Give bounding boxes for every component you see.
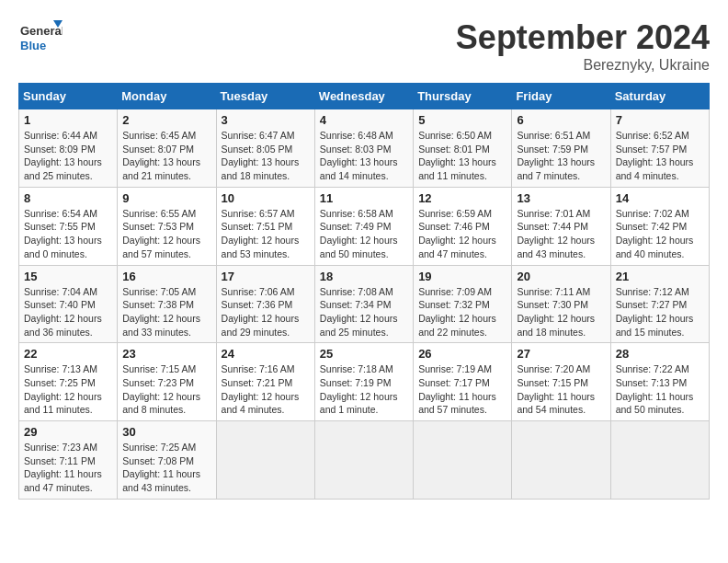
logo-svg: General Blue (18, 18, 63, 63)
day-number: 14 (616, 191, 704, 205)
calendar-cell: 28Sunrise: 7:22 AMSunset: 7:13 PMDayligh… (610, 343, 709, 421)
day-info: Sunrise: 7:20 AMSunset: 7:15 PMDaylight:… (517, 362, 605, 417)
calendar-cell: 1Sunrise: 6:44 AMSunset: 8:09 PMDaylight… (19, 109, 118, 188)
calendar-cell: 22Sunrise: 7:13 AMSunset: 7:25 PMDayligh… (19, 343, 118, 421)
day-number: 5 (418, 113, 506, 127)
calendar-cell: 29Sunrise: 7:23 AMSunset: 7:11 PMDayligh… (19, 421, 118, 500)
day-number: 25 (320, 347, 408, 361)
day-info: Sunrise: 7:18 AMSunset: 7:19 PMDaylight:… (320, 362, 408, 417)
day-number: 29 (24, 425, 112, 439)
calendar-cell (216, 421, 314, 500)
calendar-cell: 6Sunrise: 6:51 AMSunset: 7:59 PMDaylight… (512, 109, 610, 188)
day-info: Sunrise: 7:22 AMSunset: 7:13 PMDaylight:… (616, 362, 704, 417)
day-info: Sunrise: 7:05 AMSunset: 7:38 PMDaylight:… (122, 285, 210, 339)
weekday-header-sunday: Sunday (19, 84, 118, 109)
calendar-cell: 8Sunrise: 6:54 AMSunset: 7:55 PMDaylight… (19, 187, 118, 265)
calendar-cell: 19Sunrise: 7:09 AMSunset: 7:32 PMDayligh… (414, 265, 512, 343)
calendar-week-row: 8Sunrise: 6:54 AMSunset: 7:55 PMDaylight… (19, 187, 710, 265)
calendar-cell: 21Sunrise: 7:12 AMSunset: 7:27 PMDayligh… (610, 265, 709, 343)
day-info: Sunrise: 6:57 AMSunset: 7:51 PMDaylight:… (222, 207, 310, 261)
calendar-cell: 7Sunrise: 6:52 AMSunset: 7:57 PMDaylight… (610, 109, 709, 188)
day-info: Sunrise: 7:16 AMSunset: 7:21 PMDaylight:… (222, 362, 310, 417)
weekday-header-wednesday: Wednesday (314, 84, 413, 109)
day-info: Sunrise: 7:06 AMSunset: 7:36 PMDaylight:… (222, 285, 310, 339)
calendar-cell (314, 421, 413, 500)
day-number: 22 (24, 347, 112, 361)
weekday-header-row: SundayMondayTuesdayWednesdayThursdayFrid… (19, 84, 710, 109)
calendar-cell: 26Sunrise: 7:19 AMSunset: 7:17 PMDayligh… (414, 343, 512, 421)
calendar-cell: 13Sunrise: 7:01 AMSunset: 7:44 PMDayligh… (512, 187, 610, 265)
calendar-cell: 9Sunrise: 6:55 AMSunset: 7:53 PMDaylight… (118, 187, 216, 265)
day-number: 26 (418, 347, 506, 361)
page-header: General Blue September 2024 Bereznyky, U… (18, 18, 710, 74)
day-number: 9 (122, 191, 210, 205)
calendar-cell (414, 421, 512, 500)
day-number: 10 (222, 191, 310, 205)
day-number: 24 (222, 347, 310, 361)
day-number: 28 (616, 347, 704, 361)
calendar-cell: 4Sunrise: 6:48 AMSunset: 8:03 PMDaylight… (314, 109, 413, 188)
day-number: 3 (222, 113, 310, 127)
day-info: Sunrise: 7:02 AMSunset: 7:42 PMDaylight:… (616, 207, 704, 261)
calendar-week-row: 15Sunrise: 7:04 AMSunset: 7:40 PMDayligh… (19, 265, 710, 343)
day-number: 16 (122, 270, 210, 283)
day-info: Sunrise: 6:59 AMSunset: 7:46 PMDaylight:… (418, 207, 506, 261)
day-number: 30 (122, 425, 210, 439)
calendar-cell: 27Sunrise: 7:20 AMSunset: 7:15 PMDayligh… (512, 343, 610, 421)
calendar-cell: 14Sunrise: 7:02 AMSunset: 7:42 PMDayligh… (610, 187, 709, 265)
weekday-header-tuesday: Tuesday (216, 84, 314, 109)
calendar-cell: 16Sunrise: 7:05 AMSunset: 7:38 PMDayligh… (118, 265, 216, 343)
day-info: Sunrise: 6:48 AMSunset: 8:03 PMDaylight:… (320, 129, 408, 183)
calendar-cell: 11Sunrise: 6:58 AMSunset: 7:49 PMDayligh… (314, 187, 413, 265)
day-info: Sunrise: 7:12 AMSunset: 7:27 PMDaylight:… (616, 285, 704, 339)
day-number: 4 (320, 113, 408, 127)
day-info: Sunrise: 7:25 AMSunset: 7:08 PMDaylight:… (122, 441, 210, 495)
day-info: Sunrise: 7:01 AMSunset: 7:44 PMDaylight:… (517, 207, 605, 261)
weekday-header-thursday: Thursday (414, 84, 512, 109)
day-number: 8 (24, 191, 112, 205)
day-info: Sunrise: 7:19 AMSunset: 7:17 PMDaylight:… (418, 362, 506, 417)
calendar-cell: 12Sunrise: 6:59 AMSunset: 7:46 PMDayligh… (414, 187, 512, 265)
day-number: 1 (24, 113, 112, 127)
day-number: 2 (122, 113, 210, 127)
day-info: Sunrise: 7:11 AMSunset: 7:30 PMDaylight:… (517, 285, 605, 339)
day-number: 19 (418, 270, 506, 283)
calendar-cell: 30Sunrise: 7:25 AMSunset: 7:08 PMDayligh… (118, 421, 216, 500)
day-info: Sunrise: 7:08 AMSunset: 7:34 PMDaylight:… (320, 285, 408, 339)
calendar-week-row: 1Sunrise: 6:44 AMSunset: 8:09 PMDaylight… (19, 109, 710, 188)
day-info: Sunrise: 7:15 AMSunset: 7:23 PMDaylight:… (122, 362, 210, 417)
weekday-header-friday: Friday (512, 84, 610, 109)
calendar-cell: 23Sunrise: 7:15 AMSunset: 7:23 PMDayligh… (118, 343, 216, 421)
day-info: Sunrise: 7:23 AMSunset: 7:11 PMDaylight:… (24, 441, 112, 495)
day-info: Sunrise: 7:09 AMSunset: 7:32 PMDaylight:… (418, 285, 506, 339)
day-number: 23 (122, 347, 210, 361)
calendar-cell: 2Sunrise: 6:45 AMSunset: 8:07 PMDaylight… (118, 109, 216, 188)
calendar-cell: 10Sunrise: 6:57 AMSunset: 7:51 PMDayligh… (216, 187, 314, 265)
day-info: Sunrise: 7:04 AMSunset: 7:40 PMDaylight:… (24, 285, 112, 339)
day-info: Sunrise: 6:47 AMSunset: 8:05 PMDaylight:… (222, 129, 310, 183)
calendar-cell: 17Sunrise: 7:06 AMSunset: 7:36 PMDayligh… (216, 265, 314, 343)
month-title: September 2024 (456, 18, 710, 57)
day-number: 6 (517, 113, 605, 127)
day-number: 11 (320, 191, 408, 205)
day-number: 13 (517, 191, 605, 205)
calendar-table: SundayMondayTuesdayWednesdayThursdayFrid… (18, 83, 710, 500)
day-info: Sunrise: 6:55 AMSunset: 7:53 PMDaylight:… (122, 207, 210, 261)
svg-text:General: General (20, 24, 63, 38)
day-number: 12 (418, 191, 506, 205)
calendar-week-row: 22Sunrise: 7:13 AMSunset: 7:25 PMDayligh… (19, 343, 710, 421)
day-number: 27 (517, 347, 605, 361)
day-info: Sunrise: 7:13 AMSunset: 7:25 PMDaylight:… (24, 362, 112, 417)
calendar-cell: 24Sunrise: 7:16 AMSunset: 7:21 PMDayligh… (216, 343, 314, 421)
calendar-cell (512, 421, 610, 500)
calendar-cell: 5Sunrise: 6:50 AMSunset: 8:01 PMDaylight… (414, 109, 512, 188)
day-info: Sunrise: 6:52 AMSunset: 7:57 PMDaylight:… (616, 129, 704, 183)
day-number: 7 (616, 113, 704, 127)
weekday-header-monday: Monday (118, 84, 216, 109)
day-number: 15 (24, 270, 112, 283)
day-info: Sunrise: 6:50 AMSunset: 8:01 PMDaylight:… (418, 129, 506, 183)
day-info: Sunrise: 6:45 AMSunset: 8:07 PMDaylight:… (122, 129, 210, 183)
svg-text:Blue: Blue (20, 39, 46, 52)
calendar-week-row: 29Sunrise: 7:23 AMSunset: 7:11 PMDayligh… (19, 421, 710, 500)
calendar-cell (610, 421, 709, 500)
